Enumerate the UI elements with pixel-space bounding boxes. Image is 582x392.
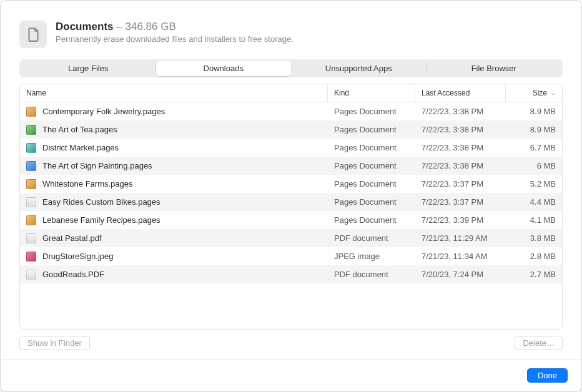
column-header-kind[interactable]: Kind (328, 84, 415, 102)
done-button[interactable]: Done (527, 368, 568, 383)
column-header-size[interactable]: Size ⌄ (506, 84, 562, 102)
cell-name: The Art of Tea.pages (20, 125, 328, 135)
cell-name: GoodReads.PDF (20, 270, 328, 280)
file-icon (26, 215, 36, 225)
cell-name: Contemporary Folk Jewelry.pages (20, 107, 328, 117)
cell-last-accessed: 7/21/23, 11:29 AM (415, 233, 506, 243)
cell-size: 2.7 MB (506, 270, 562, 279)
cell-name: The Art of Sign Painting.pages (20, 161, 328, 171)
cell-name: Lebanese Family Recipes.pages (20, 215, 328, 225)
file-icon (26, 179, 36, 189)
file-name: Great Pasta!.pdf (42, 233, 102, 243)
file-icon (26, 125, 36, 135)
cell-kind: Pages Document (328, 215, 415, 225)
cell-kind: Pages Document (328, 143, 415, 152)
file-icon (26, 107, 36, 117)
cell-kind: Pages Document (328, 197, 415, 207)
page-title: Documents – 346.86 GB (56, 21, 293, 33)
table-row[interactable]: The Art of Tea.pagesPages Document7/22/2… (20, 120, 562, 139)
cell-kind: Pages Document (328, 179, 415, 189)
file-name: Lebanese Family Recipes.pages (42, 215, 160, 225)
table-row[interactable]: Whitestone Farms.pagesPages Document7/22… (20, 175, 562, 193)
cell-kind: Pages Document (328, 107, 415, 116)
column-header-name[interactable]: Name (20, 84, 328, 102)
cell-size: 6.7 MB (506, 143, 562, 152)
title-label: Documents (56, 21, 114, 32)
file-table: Name Kind Last Accessed Size ⌄ Contempor… (19, 84, 563, 330)
tab-downloads[interactable]: Downloads (156, 61, 292, 76)
file-icon (26, 233, 36, 243)
file-name: Easy Rides Custom Bikes.pages (42, 197, 160, 207)
file-name: District Market.pages (42, 143, 119, 152)
cell-size: 3.8 MB (506, 233, 562, 243)
cell-name: Easy Rides Custom Bikes.pages (20, 197, 328, 207)
cell-size: 2.8 MB (506, 252, 562, 261)
show-in-finder-button[interactable]: Show in Finder (19, 336, 90, 350)
cell-size: 4.1 MB (506, 215, 562, 225)
cell-size: 5.2 MB (506, 179, 562, 189)
table-body[interactable]: Contemporary Folk Jewelry.pagesPages Doc… (20, 102, 562, 329)
table-row[interactable]: GoodReads.PDFPDF document7/20/23, 7:24 P… (20, 265, 562, 283)
table-row[interactable]: The Art of Sign Painting.pagesPages Docu… (20, 157, 562, 175)
cell-kind: Pages Document (328, 161, 415, 170)
table-row[interactable]: Lebanese Family Recipes.pagesPages Docum… (20, 211, 562, 229)
file-name: GoodReads.PDF (42, 270, 104, 279)
cell-last-accessed: 7/21/23, 11:34 AM (415, 252, 506, 261)
footer: Done (1, 359, 581, 391)
cell-size: 8.9 MB (506, 107, 562, 116)
cell-size: 8.9 MB (506, 125, 562, 134)
cell-kind: PDF document (328, 270, 415, 279)
cell-kind: Pages Document (328, 125, 415, 134)
table-header: Name Kind Last Accessed Size ⌄ (20, 84, 562, 102)
cell-last-accessed: 7/22/23, 3:38 PM (415, 125, 506, 134)
cell-last-accessed: 7/22/23, 3:38 PM (415, 161, 506, 170)
table-row[interactable]: DrugStoreSign.jpegJPEG image7/21/23, 11:… (20, 247, 562, 265)
table-actions: Show in Finder Delete… (1, 330, 581, 350)
file-name: The Art of Tea.pages (42, 125, 117, 134)
cell-kind: JPEG image (328, 252, 415, 261)
segmented-control: Large FilesDownloadsUnsupported AppsFile… (19, 59, 563, 77)
chevron-down-icon: ⌄ (551, 90, 556, 96)
file-icon (26, 270, 36, 280)
cell-name: DrugStoreSign.jpeg (20, 252, 328, 262)
header: Documents – 346.86 GB Permanently erase … (1, 1, 581, 59)
file-icon (26, 252, 36, 262)
storage-documents-window: Documents – 346.86 GB Permanently erase … (0, 0, 582, 392)
cell-last-accessed: 7/22/23, 3:39 PM (415, 215, 506, 225)
cell-last-accessed: 7/20/23, 7:24 PM (415, 270, 506, 279)
table-row[interactable]: District Market.pagesPages Document7/22/… (20, 139, 562, 157)
cell-size: 4.4 MB (506, 197, 562, 207)
file-name: Whitestone Farms.pages (42, 179, 133, 189)
table-row[interactable]: Great Pasta!.pdfPDF document7/21/23, 11:… (20, 229, 562, 247)
page-subtitle: Permanently erase downloaded files and i… (56, 34, 293, 44)
cell-last-accessed: 7/22/23, 3:37 PM (415, 179, 506, 189)
tab-file-browser[interactable]: File Browser (427, 61, 562, 76)
tab-unsupported-apps[interactable]: Unsupported Apps (291, 61, 427, 76)
cell-size: 6 MB (506, 161, 562, 170)
file-name: DrugStoreSign.jpeg (42, 252, 113, 261)
table-row[interactable]: Contemporary Folk Jewelry.pagesPages Doc… (20, 102, 562, 120)
column-header-last-accessed[interactable]: Last Accessed (415, 84, 506, 102)
file-icon (26, 143, 36, 153)
file-icon (26, 161, 36, 171)
cell-name: Great Pasta!.pdf (20, 233, 328, 243)
file-icon (26, 197, 36, 207)
cell-name: District Market.pages (20, 143, 328, 153)
cell-last-accessed: 7/22/23, 3:38 PM (415, 143, 506, 152)
cell-kind: PDF document (328, 233, 415, 243)
documents-icon (19, 21, 47, 48)
header-text: Documents – 346.86 GB Permanently erase … (56, 21, 293, 44)
file-name: The Art of Sign Painting.pages (42, 161, 152, 170)
table-row[interactable]: Easy Rides Custom Bikes.pagesPages Docum… (20, 193, 562, 211)
cell-last-accessed: 7/22/23, 3:38 PM (415, 107, 506, 116)
file-name: Contemporary Folk Jewelry.pages (42, 107, 165, 116)
tab-large-files[interactable]: Large Files (21, 61, 156, 76)
delete-button[interactable]: Delete… (515, 336, 563, 350)
cell-name: Whitestone Farms.pages (20, 179, 328, 189)
cell-last-accessed: 7/22/23, 3:37 PM (415, 197, 506, 207)
title-size: – 346.86 GB (116, 21, 175, 32)
tabs-container: Large FilesDownloadsUnsupported AppsFile… (1, 59, 581, 77)
